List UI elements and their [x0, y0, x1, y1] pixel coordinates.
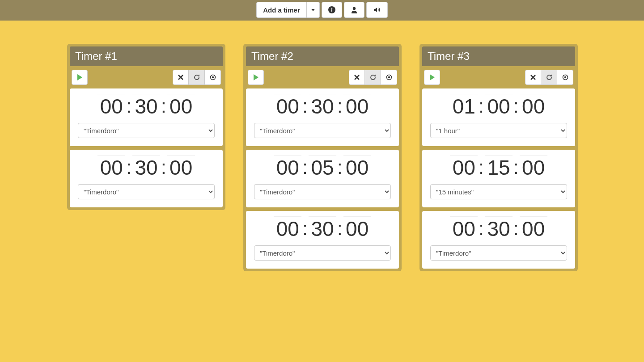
preset-select[interactable]: "15 minutes" [430, 184, 567, 199]
minutes-value: 30 [135, 157, 157, 178]
delete-button[interactable] [173, 70, 189, 85]
timer-segment: 00 : 30 : 00 "Timerdoro" [70, 150, 223, 207]
timers-container: Timer #1 00 : 30 [0, 21, 644, 271]
preset-select[interactable]: "Timerdoro" [254, 245, 391, 261]
refresh-icon [194, 74, 200, 80]
colon: : [337, 97, 343, 116]
seconds-value: 00 [346, 219, 369, 239]
timer-controls [422, 66, 575, 88]
hours-unit[interactable]: 00 [274, 94, 301, 117]
focus-button[interactable] [205, 70, 221, 85]
colon: : [479, 97, 484, 116]
timer-segment: 00 : 15 : 00 "15 minutes" [422, 150, 575, 207]
svg-point-7 [388, 77, 390, 78]
colon: : [161, 97, 166, 116]
minutes-value: 30 [311, 219, 334, 239]
seconds-unit[interactable]: 00 [343, 155, 371, 178]
preset-select[interactable]: "Timerdoro" [430, 245, 567, 261]
hours-unit[interactable]: 00 [274, 216, 301, 239]
timer-actions-group [173, 70, 221, 85]
user-icon [351, 6, 358, 13]
play-button[interactable] [424, 70, 440, 85]
timer-title: Timer #1 [70, 46, 223, 66]
user-button[interactable] [344, 2, 364, 18]
segments-list: 00 : 30 : 00 "Timerdoro" [70, 88, 223, 207]
reset-button[interactable] [541, 70, 557, 85]
preset-select[interactable]: "Timerdoro" [78, 123, 215, 138]
hours-value: 00 [276, 96, 299, 117]
svg-point-9 [564, 77, 566, 78]
play-icon [77, 74, 82, 80]
add-timer-dropdown-button[interactable] [307, 2, 320, 18]
timer-title: Timer #2 [246, 46, 399, 66]
preset-select[interactable]: "Timerdoro" [78, 184, 215, 199]
seconds-value: 00 [522, 157, 545, 178]
hours-unit[interactable]: 00 [274, 155, 301, 178]
target-icon [562, 74, 568, 80]
speaker-icon [373, 6, 381, 13]
seconds-value: 00 [169, 96, 192, 117]
minutes-unit[interactable]: 30 [485, 216, 513, 239]
reset-button[interactable] [365, 70, 381, 85]
target-icon [210, 74, 216, 80]
focus-button[interactable] [381, 70, 397, 85]
seconds-unit[interactable]: 00 [167, 94, 195, 117]
timer-segment: 00 : 30 : 00 "Timerdoro" [246, 211, 399, 269]
preset-select[interactable]: "Timerdoro" [254, 123, 391, 138]
hours-value: 00 [453, 157, 475, 178]
caret-down-icon [311, 9, 315, 11]
minutes-value: 00 [487, 96, 510, 117]
hours-unit[interactable]: 00 [450, 155, 478, 178]
seconds-unit[interactable]: 00 [520, 94, 547, 117]
seconds-unit[interactable]: 00 [520, 155, 547, 178]
minutes-unit[interactable]: 30 [309, 216, 336, 239]
colon: : [337, 158, 343, 177]
info-icon [328, 6, 335, 13]
sound-button[interactable] [366, 2, 388, 18]
svg-point-2 [331, 8, 332, 8]
seconds-value: 00 [346, 96, 369, 117]
minutes-unit[interactable]: 30 [309, 94, 336, 117]
colon: : [302, 97, 308, 116]
focus-button[interactable] [557, 70, 573, 85]
time-display: 00 : 15 : 00 [430, 155, 567, 178]
preset-select[interactable]: "1 hour" [430, 123, 567, 138]
seconds-unit[interactable]: 00 [520, 216, 547, 239]
preset-select[interactable]: "Timerdoro" [254, 184, 391, 199]
minutes-unit[interactable]: 30 [132, 94, 160, 117]
reset-button[interactable] [189, 70, 205, 85]
timer-controls [246, 66, 399, 88]
seconds-value: 00 [522, 219, 545, 239]
hours-value: 00 [100, 96, 123, 117]
seconds-unit[interactable]: 00 [167, 155, 195, 178]
toolbar: Add a timer [256, 2, 388, 18]
hours-value: 00 [100, 157, 123, 178]
hours-unit[interactable]: 00 [450, 216, 478, 239]
seconds-value: 00 [346, 157, 369, 178]
hours-unit[interactable]: 00 [97, 155, 125, 178]
hours-unit[interactable]: 00 [97, 94, 125, 117]
hours-unit[interactable]: 01 [450, 94, 478, 117]
timer-segment: 01 : 00 : 00 "1 hour" [422, 88, 575, 146]
seconds-value: 00 [522, 96, 545, 117]
info-button[interactable] [322, 2, 342, 18]
seconds-unit[interactable]: 00 [343, 94, 371, 117]
delete-button[interactable] [349, 70, 365, 85]
add-timer-button[interactable]: Add a timer [256, 2, 307, 18]
svg-point-5 [212, 77, 213, 78]
minutes-unit[interactable]: 05 [309, 155, 336, 178]
hours-value: 00 [276, 157, 299, 178]
minutes-unit[interactable]: 15 [485, 155, 513, 178]
play-icon [430, 74, 435, 80]
delete-button[interactable] [525, 70, 541, 85]
timer-segment: 00 : 05 : 00 "Timerdoro" [246, 150, 399, 207]
minutes-value: 05 [311, 157, 334, 178]
colon: : [161, 158, 166, 177]
timer-segment: 00 : 30 : 00 "Timerdoro" [246, 88, 399, 146]
minutes-unit[interactable]: 30 [132, 155, 160, 178]
segments-list: 01 : 00 : 00 "1 hour" [422, 88, 575, 269]
play-button[interactable] [72, 70, 88, 85]
minutes-unit[interactable]: 00 [485, 94, 513, 117]
play-button[interactable] [248, 70, 264, 85]
seconds-unit[interactable]: 00 [343, 216, 371, 239]
